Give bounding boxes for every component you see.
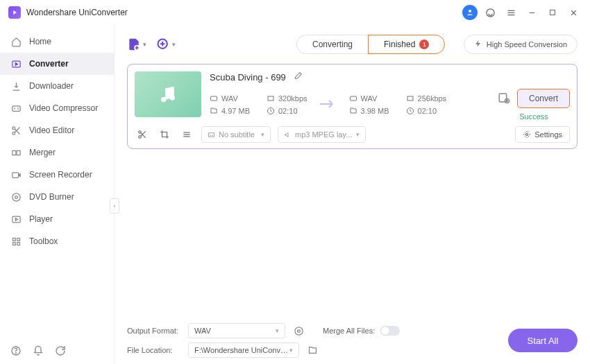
sidebar-item-merger[interactable]: Merger xyxy=(0,141,114,164)
add-file-button[interactable]: ▾ xyxy=(127,37,146,51)
audio-track-dropdown[interactable]: mp3 MPEG lay... ▾ xyxy=(278,126,366,143)
sidebar-item-player[interactable]: Player xyxy=(0,208,114,230)
output-settings-icon[interactable] xyxy=(498,92,510,106)
high-speed-button[interactable]: High Speed Conversion xyxy=(464,35,578,54)
feedback-icon[interactable] xyxy=(54,345,67,357)
window-minimize[interactable] xyxy=(523,4,540,21)
file-thumbnail[interactable] xyxy=(135,71,201,117)
svg-rect-46 xyxy=(208,132,214,137)
account-avatar[interactable] xyxy=(462,5,478,20)
sidebar-item-dvd[interactable]: DVD Burner xyxy=(0,186,114,208)
svg-point-40 xyxy=(139,136,142,139)
svg-point-29 xyxy=(161,97,167,103)
sidebar-item-editor[interactable]: Video Editor xyxy=(0,119,114,141)
status-text: Success xyxy=(519,112,548,121)
svg-rect-32 xyxy=(268,96,273,101)
file-title: Scuba Diving - 699 xyxy=(210,72,286,83)
sidebar-item-label: Video Compressor xyxy=(29,103,98,113)
menu-icon[interactable] xyxy=(503,4,519,21)
source-meta: WAV 320kbps 4.97 MB 02:10 xyxy=(210,94,307,115)
svg-point-49 xyxy=(294,327,302,334)
sidebar-item-home[interactable]: Home xyxy=(0,31,114,53)
svg-point-39 xyxy=(139,131,142,134)
support-icon[interactable] xyxy=(482,4,498,21)
svg-point-47 xyxy=(526,134,528,136)
compressor-icon xyxy=(10,102,22,114)
svg-point-0 xyxy=(469,10,471,12)
svg-rect-21 xyxy=(12,238,15,241)
scissors-icon xyxy=(10,124,22,137)
sidebar-collapse-toggle[interactable]: ‹ xyxy=(110,198,119,214)
sidebar-item-label: Downloader xyxy=(29,81,74,91)
tab-converting[interactable]: Converting xyxy=(296,35,368,54)
arrow-icon xyxy=(320,98,337,112)
file-location-label: File Location: xyxy=(127,346,188,354)
merger-icon xyxy=(10,146,22,159)
sidebar-item-label: DVD Burner xyxy=(29,192,74,202)
svg-rect-34 xyxy=(350,96,356,101)
sidebar-item-recorder[interactable]: Screen Recorder xyxy=(0,164,114,186)
notifications-icon[interactable] xyxy=(32,345,44,357)
tab-label: Finished xyxy=(384,40,415,49)
trim-icon[interactable] xyxy=(135,127,150,142)
src-bitrate: 320kbps xyxy=(278,94,307,103)
merge-toggle[interactable] xyxy=(380,326,400,336)
svg-rect-35 xyxy=(407,96,413,101)
toolbar: ▾ ▾ Converting Finished 1 High Speed Con… xyxy=(127,32,578,57)
play-icon xyxy=(10,213,22,225)
dst-duration: 02:10 xyxy=(418,107,437,115)
subtitle-dropdown[interactable]: No subtitle ▾ xyxy=(201,126,271,143)
sidebar-item-converter[interactable]: Converter xyxy=(0,53,114,75)
settings-label: Settings xyxy=(534,130,562,139)
convert-button[interactable]: Convert xyxy=(517,89,570,108)
edit-title-icon[interactable] xyxy=(293,71,303,83)
dst-bitrate: 256kbps xyxy=(418,94,447,103)
home-icon xyxy=(10,35,22,48)
open-folder-icon[interactable] xyxy=(305,343,320,358)
sidebar-item-label: Converter xyxy=(29,59,69,69)
item-settings-button[interactable]: Settings xyxy=(515,126,570,143)
crop-icon[interactable] xyxy=(157,127,172,142)
start-all-button[interactable]: Start All xyxy=(508,329,578,352)
svg-rect-6 xyxy=(550,10,555,15)
main-panel: ▾ ▾ Converting Finished 1 High Speed Con… xyxy=(115,25,590,364)
svg-point-48 xyxy=(297,329,300,332)
svg-rect-23 xyxy=(12,242,15,245)
recorder-icon xyxy=(10,168,22,181)
subtitle-value: No subtitle xyxy=(219,130,255,139)
sidebar-item-label: Merger xyxy=(29,148,56,157)
svg-rect-17 xyxy=(12,172,18,177)
src-format: WAV xyxy=(221,94,238,103)
audio-value: mp3 MPEG lay... xyxy=(295,130,352,139)
src-duration: 02:10 xyxy=(278,107,298,115)
output-format-value: WAV xyxy=(194,327,211,335)
svg-rect-20 xyxy=(12,216,19,223)
sidebar-item-label: Toolbox xyxy=(29,236,58,246)
output-format-label: Output Format: xyxy=(127,327,188,335)
chevron-down-icon: ▾ xyxy=(276,327,279,334)
window-close[interactable] xyxy=(565,4,582,21)
window-maximize[interactable] xyxy=(544,4,561,21)
sidebar-item-label: Home xyxy=(29,37,51,46)
help-icon[interactable] xyxy=(10,345,22,357)
sidebar-item-compressor[interactable]: Video Compressor xyxy=(0,97,114,119)
add-url-button[interactable]: ▾ xyxy=(156,37,176,51)
footer-bar: Output Format: WAV ▾ Merge All Files: Fi… xyxy=(127,315,578,360)
sidebar-item-downloader[interactable]: Downloader xyxy=(0,75,114,97)
format-settings-icon[interactable] xyxy=(291,323,306,338)
output-format-select[interactable]: WAV ▾ xyxy=(188,323,285,338)
titlebar: Wondershare UniConverter xyxy=(0,0,590,25)
file-location-value: F:\Wondershare UniConverter xyxy=(194,346,289,354)
dst-size: 3.98 MB xyxy=(361,107,389,115)
sidebar-item-toolbox[interactable]: Toolbox xyxy=(0,230,114,252)
src-size: 4.97 MB xyxy=(221,107,250,115)
svg-rect-10 xyxy=(12,105,19,111)
more-icon[interactable] xyxy=(179,127,194,142)
file-location-select[interactable]: F:\Wondershare UniConverter ▾ xyxy=(188,343,299,358)
sidebar-item-label: Screen Recorder xyxy=(29,170,92,180)
tab-finished[interactable]: Finished 1 xyxy=(368,35,445,54)
svg-point-18 xyxy=(12,193,19,200)
svg-rect-22 xyxy=(17,238,19,241)
high-speed-label: High Speed Conversion xyxy=(487,40,567,49)
chevron-down-icon: ▾ xyxy=(289,347,293,354)
